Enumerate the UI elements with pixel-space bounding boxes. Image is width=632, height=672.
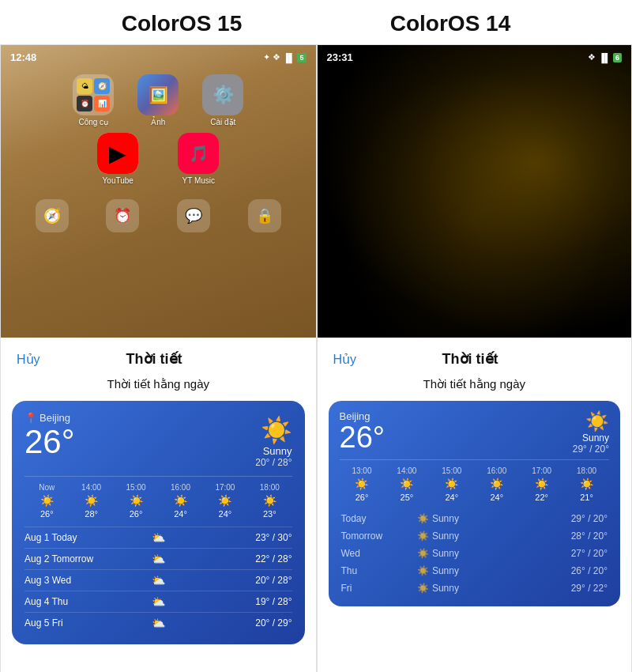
hour-now: Now ☀️ 26° [24, 483, 69, 519]
h14-15: 15:00 ☀️ 24° [429, 466, 474, 502]
left-phone-panel: 12:48 ✦ ❖ ▐▌ 5 🌤 🧭 ⏰ [0, 44, 316, 672]
d14-wed-icon: ☀️ [417, 548, 429, 559]
d14-tmr-icon: ☀️ [417, 530, 429, 542]
day-aug4: Aug 4 Thu ⛅ 19° / 28° [24, 591, 292, 612]
right-status-bar: 23:31 ❖ ▐▌ 6 [318, 45, 632, 66]
app-youtube[interactable]: ▶ YouTube [97, 133, 138, 185]
left-widget-sheet: Hủy Thời tiết Thời tiết hằng ngày 📍 Beij… [1, 338, 316, 672]
d14-wed: Wed ☀️ Sunny 27° / 20° [341, 545, 608, 562]
hourly-row: Now ☀️ 26° 14:00 ☀️ 28° 15:00 ☀️ 26° [24, 476, 292, 519]
day-aug2: Aug 2 Tomorrow ⛅ 22° / 28° [24, 548, 292, 569]
app-yt-music[interactable]: 🎵 YT Music [178, 133, 219, 185]
wifi-icon: ❖ [273, 52, 280, 62]
app-row-1: 🌤 🧭 ⏰ 📊 Công cụ 🖼️ Ảnh [17, 74, 300, 126]
h14-14: 14:00 ☀️ 25° [384, 466, 429, 502]
hour-17: 17:00 ☀️ 24° [203, 483, 247, 519]
d14-today-icon: ☀️ [417, 513, 429, 524]
hour-15: 15:00 ☀️ 26° [114, 483, 158, 519]
weather-right: ☀️ Sunny 20° / 28° [255, 412, 292, 468]
h14-13: 13:00 ☀️ 26° [340, 466, 385, 502]
bluetooth-icon: ✦ [263, 52, 270, 62]
signal-icon: ▐▌ [283, 53, 295, 62]
location-14: Beijing [340, 410, 385, 422]
range-14: 29° / 20° [573, 444, 609, 455]
sun-icon: ☀️ [255, 415, 292, 445]
battery-icon: 5 [297, 53, 306, 62]
sun-icon-14: ☀️ [573, 410, 609, 432]
battery-icon-r: 6 [613, 53, 622, 62]
hour-18: 18:00 ☀️ 23° [247, 483, 292, 519]
phones-container: 12:48 ✦ ❖ ▐▌ 5 🌤 🧭 ⏰ [0, 44, 632, 672]
h14-16: 16:00 ☀️ 24° [474, 466, 519, 502]
left-sheet-header: Hủy Thời tiết [1, 338, 316, 374]
d14-thu: Thu ☀️ Sunny 26° / 20° [341, 562, 608, 580]
weather-temp: 26° [24, 425, 75, 459]
daily-list: Aug 1 Today ⛅ 23° / 30° Aug 2 Tomorrow ⛅… [24, 527, 292, 633]
left-cancel-button[interactable]: Hủy [17, 352, 40, 367]
left-title: ColorOS 15 [122, 11, 242, 36]
left-status-bar: 12:48 ✦ ❖ ▐▌ 5 [1, 45, 316, 66]
app-grid: 🌤 🧭 ⏰ 📊 Công cụ 🖼️ Ảnh [1, 66, 316, 240]
right-cancel-button[interactable]: Hủy [333, 352, 357, 367]
folder-label: Công cụ [78, 118, 108, 126]
h14-18: 18:00 ☀️ 21° [564, 466, 609, 502]
weather-right-14: ☀️ Sunny 29° / 20° [573, 410, 609, 455]
weather-top: 📍 Beijing 26° ☀️ Sunny 20° / 28° [24, 412, 292, 468]
left-sheet-subtitle: Thời tiết hằng ngày [1, 374, 316, 401]
strip-icon-3[interactable]: 💬 [177, 199, 210, 232]
condition-text: Sunny [255, 445, 292, 457]
temp-range: 20° / 28° [255, 457, 292, 468]
d14-tmr: Tomorrow ☀️ Sunny 28° / 20° [341, 527, 608, 545]
ytmusic-label: YT Music [182, 176, 216, 185]
daily-list-14: Today ☀️ Sunny 29° / 20° Tomorrow ☀️ Sun… [340, 510, 610, 597]
day-aug1: Aug 1 Today ⛅ 23° / 30° [24, 527, 292, 548]
day-aug3: Aug 3 Wed ⛅ 20° / 28° [24, 569, 292, 591]
d14-fri: Fri ☀️ Sunny 29° / 22° [341, 580, 608, 597]
hourly-row-14: 13:00 ☀️ 26° 14:00 ☀️ 25° 15:00 ☀️ 24° [340, 459, 610, 502]
left-weather-widget: 📍 Beijing 26° ☀️ Sunny 20° / 28° Now [12, 401, 305, 644]
left-time: 12:48 [10, 51, 36, 63]
weather-left-14: Beijing 26° [340, 410, 385, 455]
screen-bg [318, 45, 632, 338]
strip-icon-2[interactable]: ⏰ [106, 199, 139, 232]
pin-icon: 📍 [24, 412, 37, 424]
right-status-icons: ❖ ▐▌ 6 [588, 52, 622, 62]
h14-17: 17:00 ☀️ 22° [519, 466, 564, 502]
hour-14: 14:00 ☀️ 28° [69, 483, 113, 519]
weather-top-14: Beijing 26° ☀️ Sunny 29° / 20° [340, 410, 610, 455]
wifi-icon-r: ❖ [588, 52, 596, 62]
right-screen: 23:31 ❖ ▐▌ 6 [318, 45, 632, 338]
folder-cong-cu[interactable]: 🌤 🧭 ⏰ 📊 Công cụ [73, 74, 114, 126]
weather-location: 📍 Beijing [24, 412, 75, 424]
d14-today: Today ☀️ Sunny 29° / 20° [341, 510, 608, 527]
app-anh[interactable]: 🖼️ Ảnh [137, 74, 179, 126]
app-row-2: ▶ YouTube 🎵 YT Music [17, 133, 300, 185]
strip-icon-4[interactable]: 🔒 [248, 199, 281, 232]
weather-left: 📍 Beijing 26° [24, 412, 75, 460]
condition-14: Sunny [573, 432, 609, 444]
temp-14: 26° [340, 422, 385, 452]
strip-icon-1[interactable]: 🧭 [36, 199, 69, 232]
d14-thu-icon: ☀️ [417, 565, 429, 576]
right-widget-sheet: Hủy Thời tiết Thời tiết hằng ngày Beijin… [318, 338, 632, 672]
right-weather-widget: Beijing 26° ☀️ Sunny 29° / 20° 13:00 ☀️ … [329, 401, 621, 606]
right-title: ColorOS 14 [390, 11, 510, 36]
right-sheet-header: Hủy Thời tiết [318, 338, 632, 374]
right-sheet-title: Thời tiết [442, 350, 498, 368]
app-settings[interactable]: ⚙️ Cài đặt [202, 74, 243, 126]
left-screen: 12:48 ✦ ❖ ▐▌ 5 🌤 🧭 ⏰ [1, 45, 316, 338]
right-phone-panel: 23:31 ❖ ▐▌ 6 Hủy Thời tiết Thời tiết hằn… [317, 44, 633, 672]
left-sheet-title: Thời tiết [126, 350, 182, 368]
title-bar: ColorOS 15 ColorOS 14 [0, 0, 632, 44]
hour-16: 16:00 ☀️ 24° [158, 483, 202, 519]
youtube-label: YouTube [103, 176, 134, 185]
signal-icon-r: ▐▌ [598, 53, 611, 62]
left-status-icons: ✦ ❖ ▐▌ 5 [263, 52, 307, 62]
right-sheet-subtitle: Thời tiết hằng ngày [318, 374, 632, 401]
d14-fri-icon: ☀️ [417, 583, 429, 594]
day-aug5: Aug 5 Fri ⛅ 20° / 29° [24, 612, 292, 633]
right-time: 23:31 [327, 51, 353, 63]
